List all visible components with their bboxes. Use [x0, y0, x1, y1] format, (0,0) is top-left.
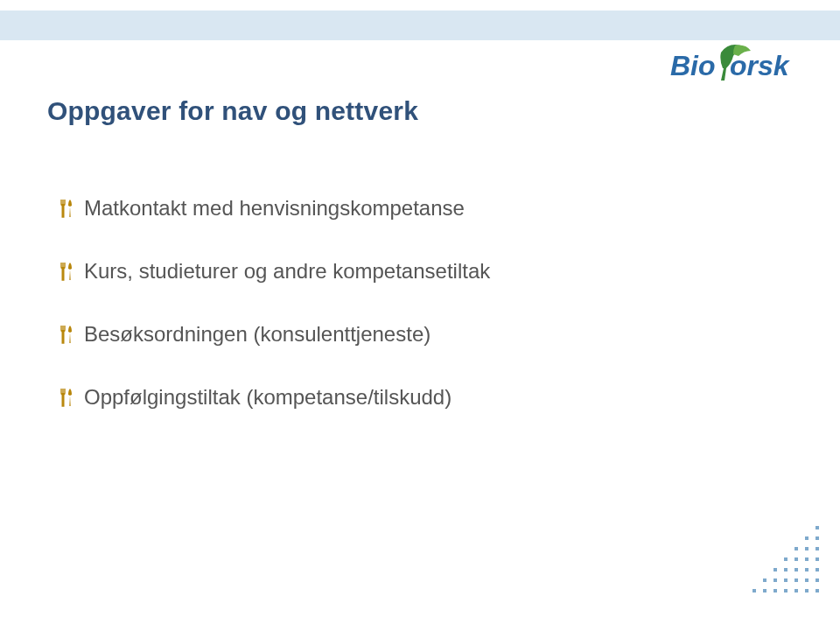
slide-content: Oppgaver for nav og nettverk Matkontakt … — [47, 96, 788, 448]
fork-knife-icon — [58, 325, 75, 344]
bullet-text: Matkontakt med henvisningskompetanse — [84, 196, 465, 220]
decorative-dots — [746, 526, 822, 603]
fork-knife-icon — [58, 388, 75, 407]
bullet-item: Kurs, studieturer og andre kompetansetil… — [58, 259, 788, 284]
bullet-text: Besøksordningen (konsulenttjeneste) — [84, 322, 430, 346]
fork-knife-icon — [58, 199, 75, 218]
header-bar — [0, 11, 840, 40]
bullet-item: Oppfølgingstiltak (kompetanse/tilskudd) — [58, 385, 788, 410]
bullet-item: Besøksordningen (konsulenttjeneste) — [58, 322, 788, 347]
slide-title: Oppgaver for nav og nettverk — [47, 96, 788, 126]
bullet-list: Matkontakt med henvisningskompetanse Kur… — [47, 196, 788, 410]
bioforsk-logo: Bio orsk — [667, 42, 816, 88]
logo-text-bio: Bio — [670, 50, 716, 81]
logo-text-orsk: orsk — [730, 50, 791, 81]
bullet-text: Oppfølgingstiltak (kompetanse/tilskudd) — [84, 385, 452, 409]
bullet-item: Matkontakt med henvisningskompetanse — [58, 196, 788, 221]
bullet-text: Kurs, studieturer og andre kompetansetil… — [84, 259, 490, 283]
fork-knife-icon — [58, 262, 75, 281]
